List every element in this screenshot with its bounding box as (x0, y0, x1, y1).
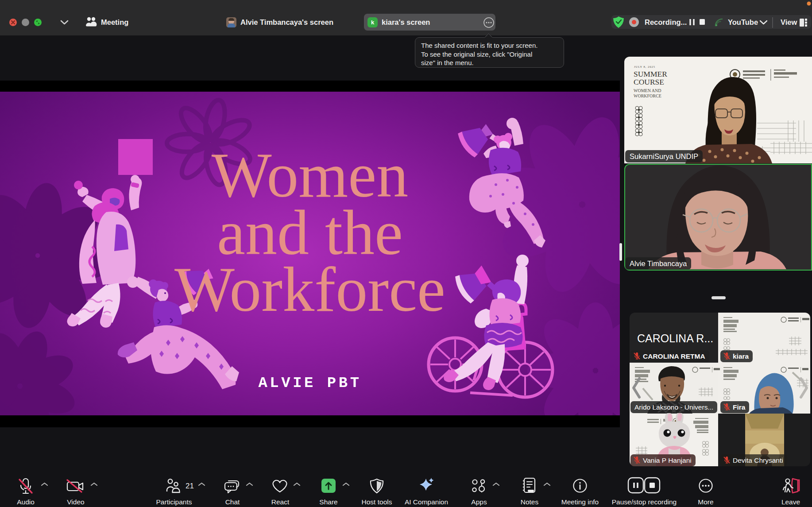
svg-text:21: 21 (186, 482, 194, 490)
svg-text:SUMMER: SUMMER (634, 70, 667, 78)
svg-text:COURSE: COURSE (634, 77, 664, 86)
svg-text:WOMEN AND: WOMEN AND (634, 88, 661, 93)
svg-text:WORKFORCE: WORKFORCE (634, 93, 661, 98)
svg-text:JULY 8, 2025: JULY 8, 2025 (634, 65, 655, 68)
